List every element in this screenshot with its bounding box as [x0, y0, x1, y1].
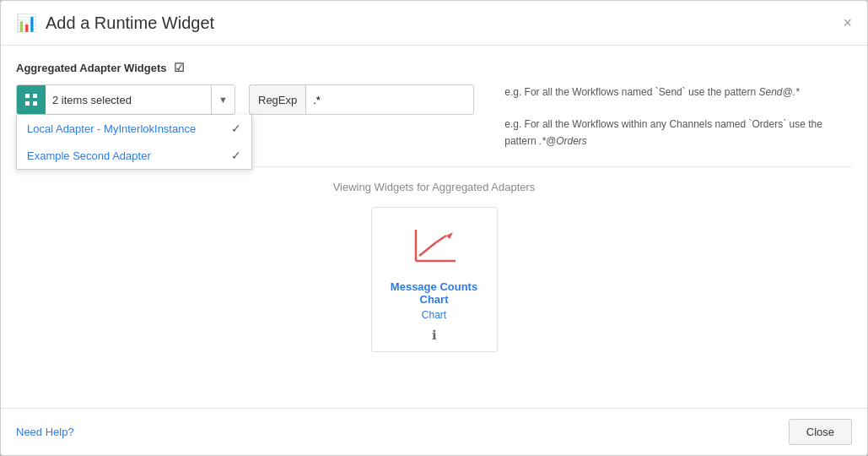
regexp-label: RegExp	[249, 84, 305, 115]
modal-body: Aggregated Adapter Widgets ☑ 2 items	[1, 46, 867, 408]
help-text-line2: e.g. For all the Workflows within any Ch…	[504, 117, 852, 149]
modal-title-row: 📊 Add a Runtime Widget	[16, 13, 214, 33]
dropdown-item-1-label: Local Adapter - MyInterlokInstance	[27, 122, 196, 135]
dropdown-item-2[interactable]: Example Second Adapter ✓	[17, 142, 251, 169]
dropdown-selected-label: 2 items selected	[46, 94, 211, 106]
checkbox-icon: ☑	[174, 61, 185, 74]
viewing-label: Viewing Widgets for Aggregated Adapters	[16, 181, 852, 193]
adapter-dropdown-menu: Local Adapter - MyInterlokInstance ✓ Exa…	[16, 115, 252, 170]
help-text: e.g. For all the Workflows named `Send` …	[488, 84, 852, 149]
widget-type: Chart	[422, 309, 446, 321]
need-help-button[interactable]: Need Help?	[16, 426, 74, 438]
widget-name: Message Counts Chart	[380, 280, 488, 306]
svg-rect-0	[25, 94, 30, 98]
svg-rect-2	[25, 101, 30, 106]
close-x-button[interactable]: ×	[843, 15, 852, 30]
help-text-line1: e.g. For all the Workflows named `Send` …	[504, 84, 852, 100]
section-label-row: Aggregated Adapter Widgets ☑	[16, 61, 852, 74]
modal-header: 📊 Add a Runtime Widget ×	[1, 1, 867, 46]
modal-title: Add a Runtime Widget	[46, 14, 214, 33]
svg-rect-1	[33, 94, 37, 98]
adapter-dropdown[interactable]: 2 items selected ▼	[16, 84, 235, 115]
modal-footer: Need Help? Close	[1, 408, 867, 455]
chart-icon: 📊	[16, 13, 37, 33]
trending-chart-svg	[409, 225, 460, 268]
widget-card-message-counts[interactable]: Message Counts Chart Chart ℹ	[371, 207, 498, 352]
regexp-row: RegExp	[249, 84, 474, 115]
dropdown-item-1[interactable]: Local Adapter - MyInterlokInstance ✓	[17, 115, 251, 142]
check-icon-1: ✓	[231, 122, 241, 135]
regexp-input[interactable]	[305, 84, 474, 115]
dropdown-arrow: ▼	[211, 84, 235, 115]
section-title: Aggregated Adapter Widgets	[16, 62, 167, 74]
add-runtime-widget-modal: 📊 Add a Runtime Widget × Aggregated Adap…	[0, 0, 868, 456]
widget-info-icon: ℹ	[432, 328, 437, 343]
check-icon-2: ✓	[231, 149, 241, 162]
close-button[interactable]: Close	[789, 419, 852, 445]
svg-marker-6	[446, 232, 453, 239]
dropdown-item-2-label: Example Second Adapter	[27, 149, 151, 162]
adapter-dropdown-wrapper: 2 items selected ▼ Local Adapter - MyInt…	[16, 84, 235, 115]
grid-icon	[24, 93, 38, 106]
svg-rect-3	[33, 101, 37, 106]
message-counts-chart-icon	[405, 221, 464, 272]
dropdown-color-icon	[17, 84, 46, 115]
top-row: 2 items selected ▼ Local Adapter - MyInt…	[16, 84, 852, 149]
widget-grid: Message Counts Chart Chart ℹ	[16, 207, 852, 352]
